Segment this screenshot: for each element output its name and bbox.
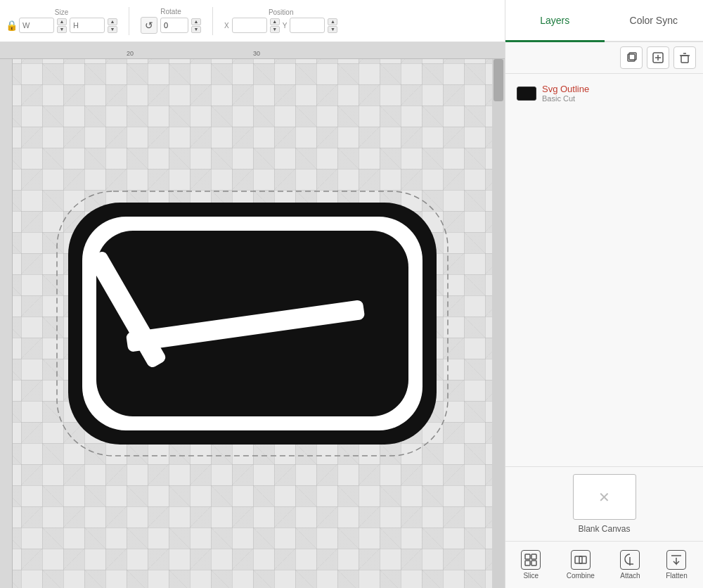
size-w-input[interactable] xyxy=(19,18,54,33)
pos-y-label: Y xyxy=(283,22,288,30)
lock-icon: 🔒 xyxy=(6,20,18,31)
ruler-mark-20: 20 xyxy=(127,50,134,57)
rotate-input[interactable] xyxy=(160,18,188,33)
blank-canvas-label: Blank Canvas xyxy=(578,524,630,534)
add-layer-button[interactable] xyxy=(647,46,669,69)
divider-1 xyxy=(129,7,129,35)
layer-type: Basic Cut xyxy=(542,94,589,103)
ruler-mark-30: 30 xyxy=(253,50,260,57)
rotate-group: Rotate ↺ ▲ ▼ xyxy=(141,8,201,34)
flatten-button[interactable]: Flatten xyxy=(660,547,693,582)
size-w-up[interactable]: ▲ xyxy=(57,18,67,25)
size-h-spinner[interactable]: ▲ ▼ xyxy=(108,18,117,33)
rotate-label: Rotate xyxy=(160,8,181,15)
attach-label: Attach xyxy=(620,572,640,580)
slice-icon xyxy=(521,550,541,570)
layer-thumbnail xyxy=(517,87,536,101)
pos-y-up[interactable]: ▲ xyxy=(328,18,337,25)
delete-icon xyxy=(678,51,691,64)
list-item[interactable]: Svg Outline Basic Cut xyxy=(511,79,697,107)
artwork-container xyxy=(13,59,492,588)
size-group: Size 🔒 ▲ ▼ ▲ ▼ xyxy=(6,8,117,33)
artwork-svg xyxy=(56,190,449,457)
svg-rect-17 xyxy=(531,561,536,565)
combine-button[interactable]: Combine xyxy=(561,547,600,582)
add-icon xyxy=(652,51,664,64)
size-h-up[interactable]: ▲ xyxy=(108,18,117,25)
size-h-input[interactable] xyxy=(70,18,105,33)
size-w-spinner[interactable]: ▲ ▼ xyxy=(57,18,67,33)
position-group: Position X ▲ ▼ Y ▲ ▼ xyxy=(224,8,337,33)
combine-icon xyxy=(571,550,591,570)
svg-rect-11 xyxy=(681,56,688,63)
combine-label: Combine xyxy=(567,572,595,580)
svg-rect-15 xyxy=(531,554,536,559)
layers-list: Svg Outline Basic Cut xyxy=(505,74,703,466)
pos-y-down[interactable]: ▼ xyxy=(328,26,337,33)
position-y-input[interactable] xyxy=(290,18,325,33)
size-w-down[interactable]: ▼ xyxy=(57,26,67,33)
layer-name: Svg Outline xyxy=(542,84,589,94)
svg-rect-14 xyxy=(525,554,530,559)
layers-toolbar xyxy=(505,42,703,74)
pos-x-spinner[interactable]: ▲ ▼ xyxy=(270,18,280,33)
scrollbar-thumb[interactable] xyxy=(494,59,503,101)
duplicate-layer-button[interactable] xyxy=(620,46,643,69)
pos-x-label: X xyxy=(224,22,229,30)
layer-info: Svg Outline Basic Cut xyxy=(542,84,589,103)
attach-button[interactable]: Attach xyxy=(614,547,645,582)
pos-x-down[interactable]: ▼ xyxy=(270,26,280,33)
size-label: Size xyxy=(55,8,68,16)
pos-x-up[interactable]: ▲ xyxy=(270,18,280,25)
canvas-thumbnail[interactable]: ✕ xyxy=(573,474,636,520)
ruler-top: 20 30 xyxy=(0,42,505,59)
slice-label: Slice xyxy=(523,572,538,580)
tabs-header: Layers Color Sync xyxy=(505,0,703,42)
rotate-spinner[interactable]: ▲ ▼ xyxy=(191,18,201,33)
tab-layers[interactable]: Layers xyxy=(505,0,605,41)
canvas-x-icon: ✕ xyxy=(598,489,610,506)
svg-rect-18 xyxy=(575,556,582,563)
duplicate-icon xyxy=(625,51,638,64)
rotate-ccw-button[interactable]: ↺ xyxy=(141,17,157,34)
slice-button[interactable]: Slice xyxy=(515,547,546,582)
position-label: Position xyxy=(269,8,294,16)
canvas-thumb-area: ✕ Blank Canvas xyxy=(505,466,703,541)
flatten-label: Flatten xyxy=(666,572,688,580)
rotate-up[interactable]: ▲ xyxy=(191,18,201,25)
attach-icon xyxy=(620,550,640,570)
bottom-actions: Slice Combine Attach xyxy=(505,541,703,588)
ruler-left xyxy=(0,59,13,588)
svg-rect-16 xyxy=(525,561,530,565)
pos-y-spinner[interactable]: ▲ ▼ xyxy=(328,18,337,33)
toolbar: Size 🔒 ▲ ▼ ▲ ▼ Rotate ↺ xyxy=(0,0,505,42)
divider-2 xyxy=(212,7,213,35)
svg-rect-19 xyxy=(579,556,586,563)
delete-layer-button[interactable] xyxy=(673,46,696,69)
tab-color-sync[interactable]: Color Sync xyxy=(605,0,704,41)
right-panel: Layers Color Sync xyxy=(505,0,703,588)
position-x-input[interactable] xyxy=(232,18,267,33)
flatten-icon xyxy=(666,550,686,570)
rotate-down[interactable]: ▼ xyxy=(191,26,201,33)
vertical-scrollbar[interactable] xyxy=(492,59,505,588)
size-h-down[interactable]: ▼ xyxy=(108,26,117,33)
